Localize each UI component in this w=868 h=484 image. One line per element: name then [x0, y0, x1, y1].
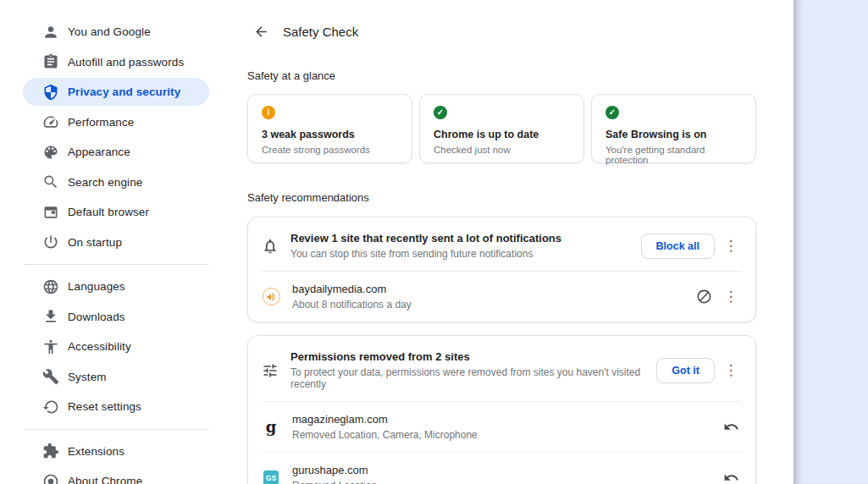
sidebar-item-label: Privacy and security	[68, 85, 180, 98]
sidebar-item-privacy-security[interactable]: Privacy and security	[0, 77, 229, 107]
sidebar-item-about-chrome[interactable]: About Chrome	[0, 466, 229, 484]
download-icon	[42, 308, 59, 325]
got-it-button[interactable]: Got it	[656, 358, 715, 383]
tune-icon	[262, 362, 279, 379]
warning-info-icon: i	[262, 106, 275, 119]
site-domain: baydailymedia.com	[292, 283, 693, 295]
puzzle-icon	[42, 443, 59, 459]
gs-favicon: GS	[263, 470, 279, 484]
desktop-background-strip	[793, 0, 868, 484]
glance-cards-row: i 3 weak passwords Create strong passwor…	[247, 94, 756, 163]
speaker-favicon-icon	[263, 288, 280, 305]
glance-card-title: Chrome is up to date	[434, 129, 570, 140]
sidebar-divider	[24, 429, 209, 430]
success-check-icon: ✓	[434, 106, 447, 119]
sidebar-item-default-browser[interactable]: Default browser	[0, 197, 229, 228]
sidebar-divider	[24, 264, 209, 265]
site-domain: gurushape.com	[292, 464, 720, 476]
site-favicon	[262, 288, 280, 306]
sidebar-item-label: Downloads	[68, 311, 125, 323]
search-icon	[42, 173, 59, 190]
bell-icon	[262, 238, 279, 255]
permissions-removed-card: Permissions removed from 2 sites To prot…	[247, 335, 756, 484]
sidebar-item-label: You and Google	[68, 25, 151, 38]
site-row-magazineglam: g magazineglam.com Removed Location, Cam…	[248, 402, 755, 452]
page-title: Safety Check	[283, 25, 358, 39]
sidebar-item-you-and-google[interactable]: You and Google	[0, 17, 229, 47]
more-options-icon[interactable]: ⋮	[720, 289, 742, 304]
glance-card-passwords[interactable]: i 3 weak passwords Create strong passwor…	[247, 94, 412, 163]
recommendations-heading: Safety recommendations	[247, 191, 756, 204]
card-title: Review 1 site that recently sent a lot o…	[290, 232, 633, 245]
sidebar-item-label: Appearance	[68, 146, 130, 158]
globe-icon	[42, 278, 59, 295]
safety-check-page: Safety Check Safety at a glance i 3 weak…	[247, 0, 756, 484]
sidebar-item-extensions[interactable]: Extensions	[0, 437, 229, 467]
sidebar-item-label: About Chrome	[68, 475, 142, 484]
accessibility-icon	[42, 338, 59, 355]
glance-card-title: Safe Browsing is on	[605, 129, 742, 140]
speedometer-icon	[42, 113, 59, 130]
glance-heading: Safety at a glance	[247, 69, 756, 82]
glance-card-subtitle: You're getting standard protection	[605, 145, 742, 165]
notifications-review-card: Review 1 site that recently sent a lot o…	[247, 217, 756, 322]
site-detail: Removed Location	[292, 480, 720, 484]
sidebar-item-on-startup[interactable]: On startup	[0, 228, 229, 258]
sidebar-item-performance[interactable]: Performance	[0, 107, 229, 138]
glance-card-safe-browsing[interactable]: ✓ Safe Browsing is on You're getting sta…	[591, 94, 756, 163]
sidebar-item-label: Default browser	[68, 206, 149, 218]
glance-card-title: 3 weak passwords	[262, 129, 398, 140]
more-options-icon[interactable]: ⋮	[720, 239, 742, 253]
card-title: Permissions removed from 2 sites	[290, 350, 648, 363]
site-domain: magazineglam.com	[292, 413, 720, 426]
undo-icon[interactable]	[720, 467, 742, 484]
sidebar-item-appearance[interactable]: Appearance	[0, 137, 229, 168]
sidebar-item-label: Search engine	[68, 176, 142, 189]
sidebar-item-accessibility[interactable]: Accessibility	[0, 332, 229, 362]
sidebar-item-reset-settings[interactable]: Reset settings	[0, 392, 229, 422]
glance-card-subtitle: Checked just now	[434, 145, 570, 155]
sidebar-item-languages[interactable]: Languages	[0, 272, 229, 302]
palette-icon	[42, 144, 59, 161]
settings-sidebar: You and Google Autofill and passwords Pr…	[0, 0, 229, 484]
permissions-card-titles: Permissions removed from 2 sites To prot…	[290, 350, 656, 390]
site-texts: magazineglam.com Removed Location, Camer…	[292, 413, 720, 441]
site-row-baydailymedia: baydailymedia.com About 8 notifications …	[248, 272, 755, 322]
clipboard-icon	[42, 53, 59, 70]
block-site-icon[interactable]	[693, 286, 715, 308]
site-row-gurushape: GS gurushape.com Removed Location	[248, 453, 755, 484]
undo-icon[interactable]	[720, 416, 742, 438]
sidebar-item-label: Accessibility	[68, 340, 131, 353]
card-subtitle: To protect your data, permissions were r…	[290, 366, 648, 390]
success-check-icon: ✓	[605, 106, 619, 119]
more-options-icon[interactable]: ⋮	[720, 363, 742, 377]
block-all-button[interactable]: Block all	[641, 234, 715, 259]
card-subtitle: You can stop this site from sending futu…	[290, 248, 633, 260]
notifications-card-header: Review 1 site that recently sent a lot o…	[248, 217, 755, 271]
power-icon	[42, 234, 59, 250]
site-favicon: GS	[262, 469, 280, 484]
back-arrow-icon[interactable]	[251, 21, 271, 41]
site-detail: Removed Location, Camera, Microphone	[292, 429, 720, 441]
sidebar-item-label: Performance	[68, 116, 134, 129]
glance-card-subtitle: Create strong passwords	[262, 145, 398, 155]
browser-window-icon	[42, 204, 59, 221]
sidebar-item-downloads[interactable]: Downloads	[0, 302, 229, 333]
reset-icon	[42, 399, 59, 415]
sidebar-item-search-engine[interactable]: Search engine	[0, 168, 229, 198]
glance-card-updates[interactable]: ✓ Chrome is up to date Checked just now	[419, 94, 584, 163]
permissions-card-header: Permissions removed from 2 sites To prot…	[248, 336, 755, 401]
site-favicon: g	[262, 418, 280, 437]
notifications-card-titles: Review 1 site that recently sent a lot o…	[290, 232, 641, 260]
sidebar-item-system[interactable]: System	[0, 362, 229, 393]
sidebar-item-label: System	[68, 371, 107, 383]
sidebar-item-label: Reset settings	[68, 400, 141, 413]
site-texts: gurushape.com Removed Location	[292, 464, 720, 484]
page-header: Safety Check	[247, 0, 756, 41]
sidebar-item-label: Extensions	[68, 445, 124, 458]
site-texts: baydailymedia.com About 8 notifications …	[292, 283, 693, 311]
sidebar-item-label: Languages	[68, 280, 125, 293]
letter-g-favicon: g	[266, 418, 277, 436]
shield-icon	[42, 84, 59, 101]
sidebar-item-autofill[interactable]: Autofill and passwords	[0, 47, 229, 78]
